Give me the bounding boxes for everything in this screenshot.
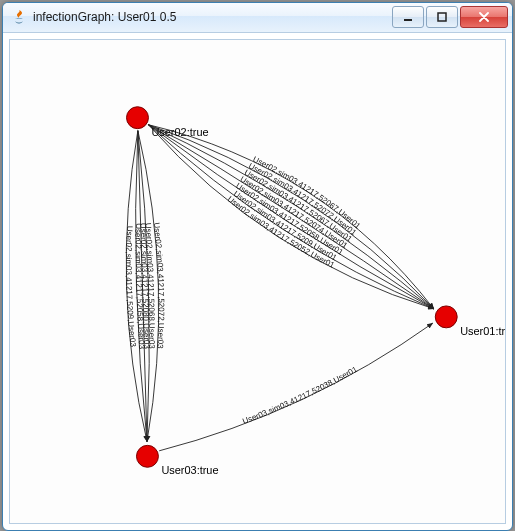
close-button[interactable] — [460, 6, 508, 28]
graph-node-label: User01:true — [460, 325, 505, 337]
graph-node[interactable] — [136, 445, 158, 467]
minimize-button[interactable] — [392, 6, 424, 28]
graph-canvas[interactable]: User02,sim03,41217,52067,User01User02,si… — [9, 39, 506, 524]
maximize-button[interactable] — [426, 6, 458, 28]
infection-graph: User02,sim03,41217,52067,User01User02,si… — [10, 40, 505, 523]
window-controls — [390, 6, 508, 28]
svg-rect-1 — [438, 13, 446, 21]
graph-node-label: User03:true — [161, 464, 218, 476]
titlebar[interactable]: infectionGraph: User01 0.5 — [3, 3, 512, 33]
graph-node-label: User02:true — [151, 126, 208, 138]
app-window: infectionGraph: User01 0.5 User02,sim03,… — [2, 2, 513, 531]
window-title: infectionGraph: User01 0.5 — [33, 10, 390, 24]
edge-label: User03,sim03,41217,52038,User01 — [241, 364, 359, 425]
svg-rect-0 — [404, 19, 412, 21]
graph-node[interactable] — [127, 107, 149, 129]
edge — [159, 323, 433, 451]
java-icon — [11, 9, 27, 25]
graph-node[interactable] — [435, 306, 457, 328]
